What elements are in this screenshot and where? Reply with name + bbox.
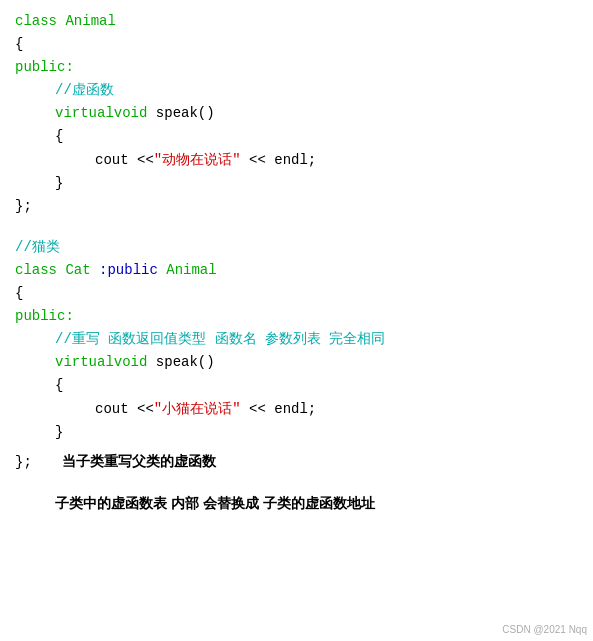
code-line: { [15, 125, 578, 148]
code-line: cout << "小猫在说话" << endl; [15, 398, 578, 421]
brace: } [55, 421, 63, 444]
code-line: public: [15, 305, 578, 328]
animal-class-code: class Animal { public: //虚函数 virtual voi… [15, 10, 578, 218]
code-line: //重写 函数返回值类型 函数名 参数列表 完全相同 [15, 328, 578, 351]
cat-class-code: class Cat :public Animal { public: //重写 … [15, 259, 578, 444]
code-text: cout << [95, 149, 154, 172]
comment: //重写 函数返回值类型 函数名 参数列表 完全相同 [55, 328, 385, 351]
code-line: public: [15, 56, 578, 79]
code-text: speak() [147, 354, 214, 370]
keyword: class [15, 262, 65, 278]
string-literal: "动物在说话" [154, 152, 241, 168]
keyword: :public [99, 262, 166, 278]
code-container: class Animal { public: //虚函数 virtual voi… [0, 0, 593, 526]
classname: Cat [65, 262, 99, 278]
keyword: public: [15, 308, 74, 324]
keyword: void [114, 105, 148, 121]
brace: { [15, 36, 23, 52]
code-line: class Animal [15, 10, 578, 33]
code-line: virtual void speak() [15, 102, 578, 125]
code-line: class Cat :public Animal [15, 259, 578, 282]
keyword: public: [15, 59, 74, 75]
code-line: }; [15, 195, 578, 218]
code-text: cout << [95, 398, 154, 421]
string-literal: "小猫在说话" [154, 401, 241, 417]
prose-line2: 子类中的虚函数表 内部 会替换成 子类的虚函数地址 [55, 495, 375, 511]
code-text: }; [15, 198, 32, 214]
keyword: class [15, 13, 65, 29]
code-line: cout << "动物在说话" << endl; [15, 149, 578, 172]
code-line: { [15, 282, 578, 305]
code-line: } [15, 421, 578, 444]
comment: //猫类 [15, 239, 60, 255]
prose-line1: 当子类重写父类的虚函数 [62, 450, 216, 473]
watermark: CSDN @2021 Nqq [502, 624, 587, 635]
closing-brace: }; [15, 451, 32, 474]
closing-line: }; 当子类重写父类的虚函数 [15, 450, 578, 474]
keyword: virtual [55, 351, 114, 374]
code-line: { [15, 33, 578, 56]
classname: Animal [166, 262, 216, 278]
brace: { [15, 285, 23, 301]
spacer [15, 474, 578, 492]
keyword: virtual [55, 102, 114, 125]
code-text: << endl; [241, 401, 317, 417]
keyword: void [114, 354, 148, 370]
prose-line2-container: 子类中的虚函数表 内部 会替换成 子类的虚函数地址 [15, 492, 578, 516]
code-text: << endl; [241, 152, 317, 168]
code-line: virtual void speak() [15, 351, 578, 374]
brace: } [55, 172, 63, 195]
comment: //虚函数 [55, 79, 114, 102]
code-line: //虚函数 [15, 79, 578, 102]
brace: { [55, 374, 63, 397]
code-line: { [15, 374, 578, 397]
classname: Animal [65, 13, 115, 29]
code-line: } [15, 172, 578, 195]
code-line: //猫类 [15, 236, 578, 259]
spacer [15, 218, 578, 236]
code-text: speak() [147, 105, 214, 121]
brace: { [55, 125, 63, 148]
